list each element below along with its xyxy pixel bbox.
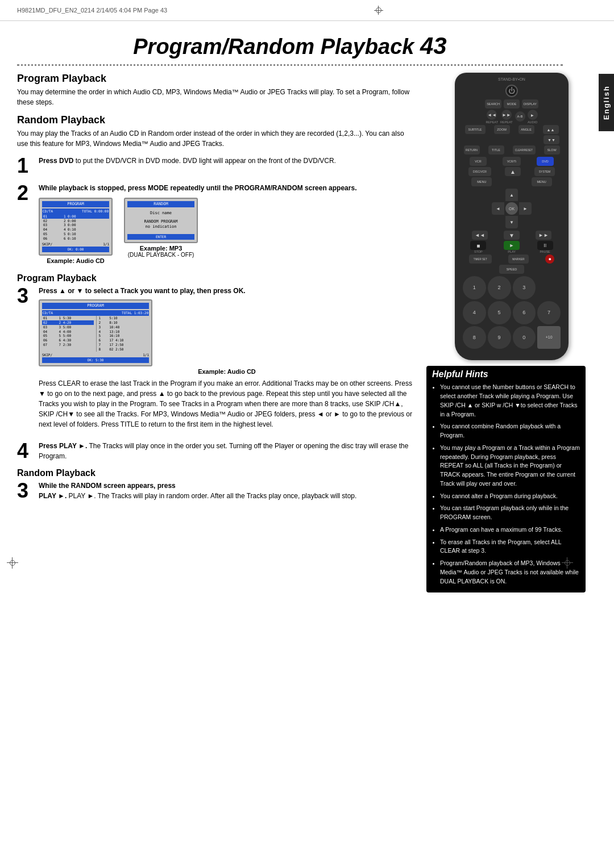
display-button[interactable]: DISPLAY bbox=[522, 99, 538, 108]
screen-audio-cd: PROGRAM CD/TATOTAL 0:00:00 011 0:00 022 … bbox=[39, 198, 113, 256]
num-3-button[interactable]: 3 bbox=[513, 276, 536, 299]
dpad-ok[interactable]: OK bbox=[505, 202, 518, 215]
zoom-button[interactable]: ZOOM bbox=[494, 125, 510, 134]
play-button[interactable]: ► bbox=[504, 241, 520, 250]
prev-button[interactable]: ◄◄ bbox=[472, 231, 488, 240]
step-number-3b: 3 bbox=[17, 481, 33, 501]
right-column: STAND-BY•ON SEARCH MODE DISPLAY ◄◄ bbox=[426, 73, 597, 592]
next-track-button[interactable]: ►► bbox=[501, 110, 512, 120]
speed-button[interactable]: SPEED bbox=[499, 265, 524, 274]
header-text: H9821MD_DFU_EN2_0214 2/14/05 4:04 PM Pag… bbox=[17, 7, 167, 14]
remote-control: STAND-BY•ON SEARCH MODE DISPLAY ◄◄ bbox=[455, 73, 569, 360]
crosshair-header bbox=[373, 5, 384, 16]
step-number-1: 1 bbox=[17, 156, 33, 176]
label-mp3: Example: MP3 bbox=[124, 245, 198, 252]
down-arrow-button[interactable]: ▼ bbox=[504, 231, 520, 240]
dvd-button[interactable]: DVD bbox=[537, 157, 554, 166]
audio-button[interactable]: ▶ bbox=[528, 110, 538, 120]
angle-button[interactable]: ANGLE bbox=[518, 125, 534, 134]
system-button[interactable]: SYSTEM bbox=[534, 167, 555, 176]
screen-audio-cd-2: PROGRAM CD/TATOTAL 1:03:20 011 5:30 022 … bbox=[39, 299, 152, 366]
vcr-ti-button[interactable]: VCR/Ti bbox=[503, 157, 521, 166]
remote-row-skip2: ▼▼ bbox=[459, 135, 564, 144]
example-audio-cd-container: PROGRAM CD/TATOTAL 0:00:00 011 0:00 022 … bbox=[39, 198, 113, 264]
section-text-random: You may play the Tracks of an Audio CD i… bbox=[17, 128, 415, 149]
menu-right-button[interactable]: MENU bbox=[532, 177, 552, 186]
remote-row-timer: TIMER SET MARKER ● bbox=[459, 254, 564, 264]
num-plus10-button[interactable]: +10 bbox=[537, 326, 561, 349]
num-1-button[interactable]: 1 bbox=[463, 276, 486, 299]
clear-reset-button[interactable]: CLEAR/RESET bbox=[513, 145, 536, 155]
vcr-button[interactable]: VCR bbox=[470, 157, 487, 166]
remote-row-transport: ■ STOP ► PLAY II PAUSE bbox=[459, 241, 564, 253]
skip-ch-up-button[interactable]: ▲▲ bbox=[543, 125, 559, 134]
prev-track-button[interactable]: ◄◄ bbox=[487, 110, 497, 120]
search-button[interactable]: SEARCH bbox=[485, 99, 501, 108]
menu-left-button[interactable]: MENU bbox=[471, 177, 492, 186]
page-title: Program/Random Playback 43 bbox=[17, 32, 597, 60]
section-text-program: You may determine the order in which Aud… bbox=[17, 87, 415, 107]
dpad-left[interactable]: ◄ bbox=[492, 202, 504, 215]
remote-row-prev-next: ◄◄ ▼ ►► bbox=[459, 231, 564, 240]
label-mp3-sub: (DUAL PLAYBACK - OFF) bbox=[124, 252, 198, 258]
hints-title: Helpful Hints bbox=[432, 369, 580, 379]
hint-item: A Program can have a maximum of 99 Track… bbox=[440, 525, 580, 535]
hint-item: You cannot combine Random playback with … bbox=[440, 422, 580, 440]
mode-button[interactable]: MODE bbox=[504, 99, 520, 108]
page-header: H9821MD_DFU_EN2_0214 2/14/05 4:04 PM Pag… bbox=[0, 0, 614, 21]
stop-button[interactable]: ■ bbox=[470, 241, 486, 250]
power-button[interactable] bbox=[505, 85, 518, 97]
num-9-button[interactable]: 9 bbox=[488, 326, 511, 349]
timer-set-button[interactable]: TIMER SET bbox=[469, 254, 492, 264]
remote-row-return: RETURN TITLE CLEAR/RESET SLOW bbox=[459, 145, 564, 155]
record-button[interactable]: ● bbox=[545, 254, 554, 264]
num-7-button[interactable]: 7 bbox=[537, 301, 561, 324]
sub-heading-program2: Program Playback bbox=[17, 273, 415, 283]
remote-row-repeat: ◄◄ REPEAT ►► REPEAT A-B ▶ bbox=[459, 110, 564, 124]
pause-button[interactable]: II bbox=[537, 241, 553, 250]
num-0-button[interactable]: 0 bbox=[513, 326, 536, 349]
num-2-button[interactable]: 2 bbox=[488, 276, 511, 299]
slow-button[interactable]: SLOW bbox=[544, 145, 560, 155]
screen-mp3: RANDOM Disc name RANDOM PROGRAMno indica… bbox=[124, 198, 198, 243]
remote-row-menu: MENU MENU bbox=[459, 177, 564, 186]
step-number-2: 2 bbox=[17, 183, 33, 203]
step-content-2: While playback is stopped, press MODE re… bbox=[39, 183, 415, 266]
step-number-4: 4 bbox=[17, 441, 33, 461]
step-content-3a: Press ▲ or ▼ to select a Track you want … bbox=[39, 286, 415, 434]
step-content-1: Press DVD to put the DVD/VCR in DVD mode… bbox=[39, 156, 415, 166]
num-spacer bbox=[537, 276, 561, 299]
remote-row-subtitle: SUBTITLE ZOOM ANGLE ▲▲ bbox=[459, 125, 564, 134]
section-heading-random: Random Playback bbox=[17, 114, 415, 126]
main-content: Program/Random Playback 43 Program Playb… bbox=[0, 21, 614, 604]
hint-item: To erase all Tracks in the Program, sele… bbox=[440, 538, 580, 556]
ab-button[interactable]: A-B bbox=[515, 111, 525, 122]
step-content-3b: While the RANDOM screen appears, press P… bbox=[39, 481, 415, 501]
up-arrow-button[interactable]: ▲ bbox=[505, 167, 521, 176]
step3-para: Press CLEAR to erase the last Track in t… bbox=[39, 378, 415, 429]
label-audio-cd: Example: Audio CD bbox=[39, 257, 113, 264]
return-button[interactable]: RETURN bbox=[464, 145, 480, 155]
next-button[interactable]: ►► bbox=[536, 231, 551, 240]
title-button[interactable]: TITLE bbox=[488, 145, 504, 155]
subtitle-button[interactable]: SUBTITLE bbox=[465, 125, 486, 134]
step-number-3a: 3 bbox=[17, 286, 33, 306]
crosshair-bottom-right bbox=[561, 556, 574, 570]
left-column: Program Playback You may determine the o… bbox=[17, 73, 415, 592]
dpad-right[interactable]: ► bbox=[519, 202, 532, 215]
dpad-down[interactable]: ▼ bbox=[505, 216, 518, 228]
step-4: 4 Press PLAY ►. The Tracks will play onc… bbox=[17, 441, 415, 461]
hint-item: You may play a Program or a Track within… bbox=[440, 444, 580, 489]
marker-button[interactable]: MARKER bbox=[508, 254, 529, 264]
screen-examples: PROGRAM CD/TATOTAL 0:00:00 011 0:00 022 … bbox=[39, 198, 415, 264]
dpad-up[interactable]: ▲ bbox=[505, 189, 518, 201]
num-6-button[interactable]: 6 bbox=[513, 301, 536, 324]
num-8-button[interactable]: 8 bbox=[463, 326, 486, 349]
skip-ch-down-button[interactable]: ▼▼ bbox=[544, 135, 559, 144]
step-2: 2 While playback is stopped, press MODE … bbox=[17, 183, 415, 266]
num-5-button[interactable]: 5 bbox=[488, 301, 511, 324]
remote-row-disc: DISC/VCR ▲ SYSTEM bbox=[459, 167, 564, 176]
step-1: 1 Press DVD to put the DVD/VCR in DVD mo… bbox=[17, 156, 415, 176]
num-4-button[interactable]: 4 bbox=[463, 301, 486, 324]
disc-vcr-button[interactable]: DISC/VCR bbox=[468, 167, 491, 176]
